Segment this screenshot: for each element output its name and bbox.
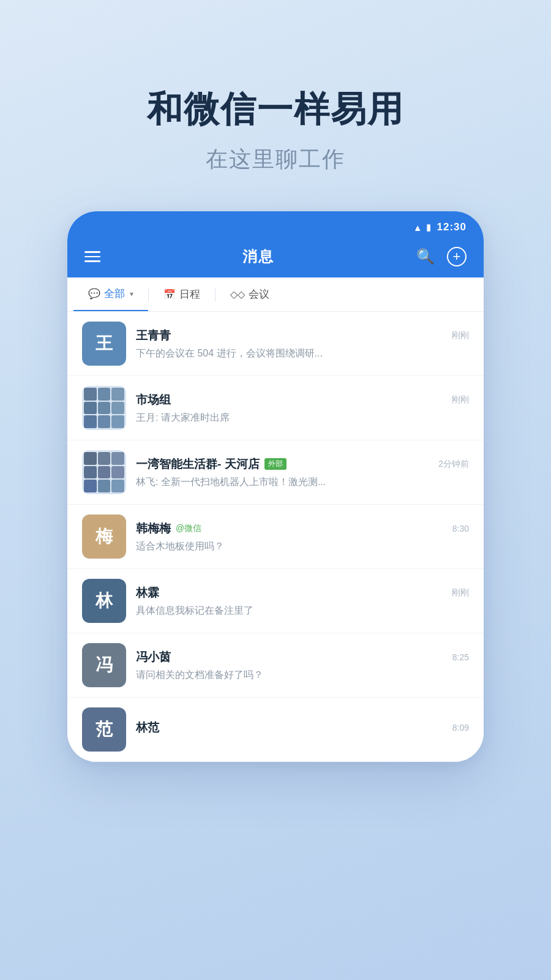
tab-schedule[interactable]: 📅 日程 bbox=[149, 277, 215, 311]
signal-icon: ▲ bbox=[413, 222, 422, 233]
search-icon[interactable]: 🔍 bbox=[416, 248, 435, 265]
header-actions: 🔍 + bbox=[416, 247, 467, 266]
avatar-wrap: 林 bbox=[82, 579, 126, 623]
avatar-wrap: 梅 bbox=[82, 514, 126, 559]
chat-name-row: 林范 bbox=[136, 720, 159, 736]
chat-time: 8:30 bbox=[452, 524, 469, 533]
chat-top: 王青青 刚刚 bbox=[136, 328, 469, 344]
app-title: 消息 bbox=[242, 247, 274, 266]
chat-name-row: 林霖 bbox=[136, 585, 159, 601]
chat-content: 林范 8:09 bbox=[136, 720, 469, 739]
chat-list: 王 王青青 刚刚 下午的会议在 504 进行，会议将围绕调研... 市场组 刚 bbox=[67, 312, 484, 762]
avatar-grid-cell bbox=[84, 480, 97, 492]
tab-all[interactable]: 💬 全部 ▾ bbox=[73, 277, 148, 311]
avatar-grid-cell bbox=[84, 388, 97, 401]
chat-content: 市场组 刚刚 王月: 请大家准时出席 bbox=[136, 392, 469, 424]
avatar: 梅 bbox=[82, 514, 126, 559]
tab-all-icon: 💬 bbox=[88, 288, 100, 300]
chat-preview: 王月: 请大家准时出席 bbox=[136, 412, 469, 424]
chat-item[interactable]: 市场组 刚刚 王月: 请大家准时出席 bbox=[67, 376, 484, 440]
tab-meeting[interactable]: ◇◇ 会议 bbox=[216, 277, 284, 311]
chat-content: 王青青 刚刚 下午的会议在 504 进行，会议将围绕调研... bbox=[136, 328, 469, 360]
chat-item[interactable]: 冯 冯小茵 8:25 请问相关的文档准备好了吗？ bbox=[67, 633, 484, 698]
chat-name: 韩梅梅 bbox=[136, 521, 171, 537]
avatar-grid-cell bbox=[98, 466, 111, 479]
chat-top: 市场组 刚刚 bbox=[136, 392, 469, 408]
chat-preview: 具体信息我标记在备注里了 bbox=[136, 605, 469, 617]
avatar-grid-cell bbox=[84, 402, 97, 415]
avatar-wrap: 王 bbox=[82, 322, 126, 366]
add-button[interactable]: + bbox=[447, 247, 467, 266]
chat-item[interactable]: 林 林霖 刚刚 具体信息我标记在备注里了 bbox=[67, 569, 484, 633]
avatar-wrap bbox=[82, 450, 126, 494]
avatar-grid-cell bbox=[111, 452, 124, 465]
avatar-group bbox=[82, 450, 126, 494]
chat-item[interactable]: 王 王青青 刚刚 下午的会议在 504 进行，会议将围绕调研... bbox=[67, 312, 484, 376]
avatar-grid-cell bbox=[111, 388, 124, 401]
chat-name: 林霖 bbox=[136, 585, 159, 601]
chat-preview: 下午的会议在 504 进行，会议将围绕调研... bbox=[136, 347, 469, 360]
avatar-grid-cell bbox=[111, 466, 124, 479]
avatar-wrap: 冯 bbox=[82, 643, 126, 687]
chat-preview: 林飞: 全新一代扫地机器人上市啦！激光测... bbox=[136, 476, 469, 489]
chat-time: 8:25 bbox=[452, 652, 469, 662]
avatar-grid-cell bbox=[84, 415, 97, 428]
avatar: 林 bbox=[82, 579, 126, 623]
avatar-grid-cell bbox=[98, 452, 111, 465]
chat-top: 韩梅梅 @微信 8:30 bbox=[136, 521, 469, 537]
avatar-wrap: 范 bbox=[82, 707, 126, 752]
weixin-tag: @微信 bbox=[176, 523, 201, 534]
avatar: 冯 bbox=[82, 643, 126, 687]
avatar-grid-cell bbox=[84, 466, 97, 479]
menu-icon[interactable] bbox=[84, 251, 100, 262]
tab-bar: 💬 全部 ▾ 📅 日程 ◇◇ 会议 bbox=[67, 277, 484, 312]
tab-schedule-label: 日程 bbox=[179, 287, 200, 301]
tab-meeting-label: 会议 bbox=[249, 287, 269, 301]
tab-all-label: 全部 bbox=[104, 287, 125, 301]
chat-item[interactable]: 一湾智能生活群- 天河店 外部 2分钟前 林飞: 全新一代扫地机器人上市啦！激光… bbox=[67, 440, 484, 505]
chat-name-row: 市场组 bbox=[136, 392, 171, 408]
chat-top: 林霖 刚刚 bbox=[136, 585, 469, 601]
avatar: 王 bbox=[82, 322, 126, 366]
avatar-grid-cell bbox=[98, 480, 111, 492]
avatar-group bbox=[82, 386, 126, 430]
tab-all-chevron: ▾ bbox=[130, 290, 133, 298]
avatar-grid-cell bbox=[84, 452, 97, 465]
chat-name: 市场组 bbox=[136, 392, 171, 408]
tab-meeting-icon: ◇◇ bbox=[230, 288, 245, 300]
phone-mockup: ▲ ▮ 12:30 消息 🔍 + 💬 全部 ▾ 📅 日程 ◇◇ bbox=[67, 211, 484, 762]
chat-name-row: 一湾智能生活群- 天河店 外部 bbox=[136, 456, 287, 472]
avatar-grid-cell bbox=[111, 402, 124, 415]
chat-content: 韩梅梅 @微信 8:30 适合木地板使用吗？ bbox=[136, 521, 469, 553]
app-header: 消息 🔍 + bbox=[67, 239, 484, 277]
chat-time: 刚刚 bbox=[452, 330, 469, 341]
chat-name: 冯小茵 bbox=[136, 649, 171, 665]
chat-preview: 适合木地板使用吗？ bbox=[136, 540, 469, 553]
headline-title: 和微信一样易用 bbox=[147, 86, 404, 134]
chat-name: 林范 bbox=[136, 720, 159, 736]
chat-preview: 请问相关的文档准备好了吗？ bbox=[136, 669, 469, 682]
status-time: 12:30 bbox=[437, 221, 467, 233]
chat-item[interactable]: 梅 韩梅梅 @微信 8:30 适合木地板使用吗？ bbox=[67, 505, 484, 569]
chat-content: 冯小茵 8:25 请问相关的文档准备好了吗？ bbox=[136, 649, 469, 682]
chat-time: 刚刚 bbox=[452, 394, 469, 405]
status-bar: ▲ ▮ 12:30 bbox=[67, 211, 484, 239]
chat-name: 王青青 bbox=[136, 328, 171, 344]
page-headline: 和微信一样易用 在这里聊工作 bbox=[147, 86, 404, 175]
avatar-grid-cell bbox=[111, 415, 124, 428]
tab-schedule-icon: 📅 bbox=[163, 288, 176, 300]
avatar-wrap bbox=[82, 386, 126, 430]
avatar-grid-cell bbox=[98, 402, 111, 415]
chat-top: 冯小茵 8:25 bbox=[136, 649, 469, 665]
chat-name-row: 冯小茵 bbox=[136, 649, 171, 665]
headline-subtitle: 在这里聊工作 bbox=[147, 145, 404, 175]
chat-name: 一湾智能生活群- 天河店 bbox=[136, 456, 260, 472]
chat-top: 一湾智能生活群- 天河店 外部 2分钟前 bbox=[136, 456, 469, 472]
avatar-grid-cell bbox=[98, 388, 111, 401]
chat-name-row: 王青青 bbox=[136, 328, 171, 344]
chat-content: 一湾智能生活群- 天河店 外部 2分钟前 林飞: 全新一代扫地机器人上市啦！激光… bbox=[136, 456, 469, 489]
chat-content: 林霖 刚刚 具体信息我标记在备注里了 bbox=[136, 585, 469, 617]
avatar-grid-cell bbox=[111, 480, 124, 492]
avatar-grid-cell bbox=[98, 415, 111, 428]
chat-item[interactable]: 范 林范 8:09 bbox=[67, 698, 484, 762]
